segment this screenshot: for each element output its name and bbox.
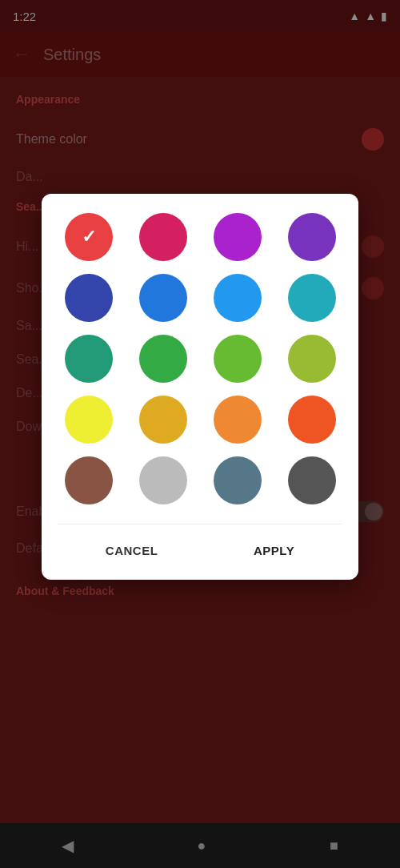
color-circle-gray[interactable]: [139, 456, 187, 504]
color-picker-dialog: CANCEL APPLY: [42, 194, 358, 580]
dialog-buttons: CANCEL APPLY: [58, 524, 342, 580]
color-circle-darkorange[interactable]: [288, 396, 336, 444]
color-circle-red[interactable]: [65, 213, 113, 261]
color-circle-teal[interactable]: [288, 274, 336, 322]
color-circle-green[interactable]: [65, 335, 113, 383]
color-circle-darkblue[interactable]: [65, 274, 113, 322]
cancel-button[interactable]: CANCEL: [74, 534, 190, 567]
color-circle-skyblue[interactable]: [214, 274, 262, 322]
color-circle-yellowgreen[interactable]: [288, 335, 336, 383]
color-circle-brown[interactable]: [65, 456, 113, 504]
color-circle-indigo[interactable]: [288, 213, 336, 261]
color-circle-slategray[interactable]: [214, 456, 262, 504]
color-circle-darkgray[interactable]: [288, 456, 336, 504]
color-circle-amber[interactable]: [139, 396, 187, 444]
color-circle-blue[interactable]: [139, 274, 187, 322]
color-circle-orange[interactable]: [214, 396, 262, 444]
color-grid: [58, 213, 342, 504]
color-circle-crimson[interactable]: [139, 213, 187, 261]
color-circle-purple[interactable]: [214, 213, 262, 261]
color-circle-yellow[interactable]: [65, 396, 113, 444]
color-circle-medgreen[interactable]: [139, 335, 187, 383]
apply-button[interactable]: APPLY: [222, 534, 326, 567]
color-circle-lightgreen[interactable]: [214, 335, 262, 383]
